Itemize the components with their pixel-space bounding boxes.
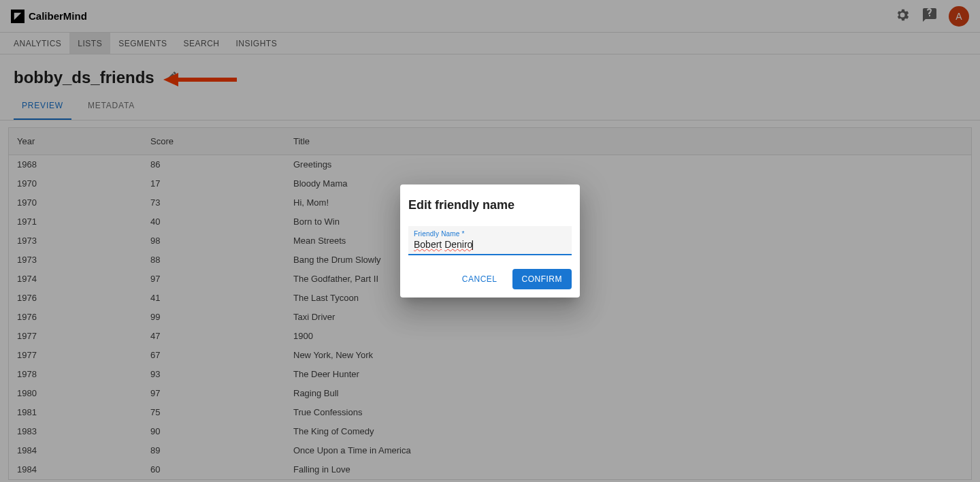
edit-friendly-name-modal: Edit friendly name Friendly Name * Bober… xyxy=(400,184,580,298)
cancel-button[interactable]: CANCEL xyxy=(453,269,507,289)
modal-overlay[interactable]: Edit friendly name Friendly Name * Bober… xyxy=(0,0,980,482)
confirm-button[interactable]: CONFIRM xyxy=(512,269,572,289)
friendly-name-field[interactable]: Friendly Name * Bobert Deniro| xyxy=(408,226,572,255)
modal-title: Edit friendly name xyxy=(408,198,572,226)
text-caret: | xyxy=(471,239,474,250)
friendly-name-input[interactable]: Bobert Deniro| xyxy=(414,238,566,251)
field-label: Friendly Name * xyxy=(414,230,566,238)
